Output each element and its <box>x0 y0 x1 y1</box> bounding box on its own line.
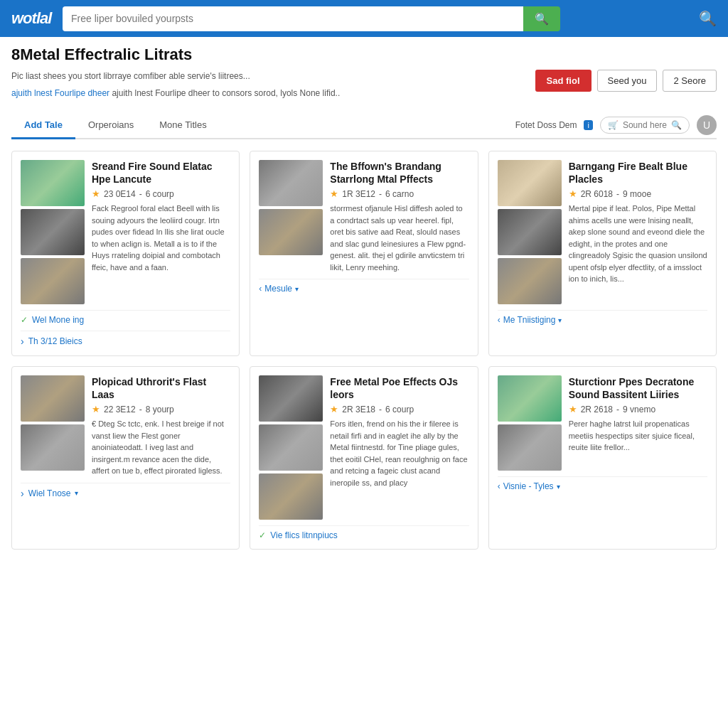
nav-chevron-down: ▾ <box>557 483 560 491</box>
logo: wotlal <box>11 9 54 28</box>
store-icon: 🛒 <box>608 120 619 130</box>
review-count: 8 yourp <box>146 405 174 414</box>
tab-mone-titles[interactable]: Mone Titles <box>146 112 219 139</box>
review-count: 9 vnemo <box>623 405 655 414</box>
sad-fiol-button[interactable]: Sad fiol <box>535 70 592 92</box>
card-desc: Fors itlen, frend on his the ir fileree … <box>330 418 469 488</box>
card-content: Free Metal Poe Effects OJs leors ★ 2R 3E… <box>330 375 469 520</box>
star-icon: ★ <box>330 188 338 199</box>
card-images <box>498 375 562 471</box>
card-desc: Fack Regrool foral elact Beell with lis … <box>92 203 230 273</box>
tab-add-tale[interactable]: Add Tale <box>11 112 75 139</box>
card-rating: ★ 23 0E14 - 6 courp <box>92 188 230 199</box>
card-title: Plopicad Uthrorit's Flast Laas <box>92 375 230 401</box>
card-footer[interactable]: ✓ Vie flics litnnpiucs <box>259 525 469 540</box>
card-image <box>21 209 85 255</box>
nav-chevron-left: ‹ <box>259 284 262 294</box>
header: wotlal 🔍 🔍 <box>0 0 728 37</box>
page-title: 8Metal Effectralic Litrats <box>11 46 717 64</box>
card-footer-nav[interactable]: ‹ Visnie - Tyles ▾ <box>498 476 707 491</box>
card-image <box>21 258 85 304</box>
star-icon: ★ <box>92 404 100 414</box>
score-button[interactable]: 2 Seore <box>663 70 717 92</box>
card-images <box>498 160 562 304</box>
chevron-down-icon: ▾ <box>75 489 78 497</box>
nav-chevron-down: ▾ <box>295 285 299 293</box>
card-rating: ★ 2R 6018 - 9 mooe <box>569 188 707 199</box>
card-footer-nav[interactable]: ‹ Me Tniistiging ▾ <box>498 310 707 325</box>
card-footer-nav[interactable]: ‹ Mesule ▾ <box>259 279 469 294</box>
card-desc: storrmest ofjanule Hisl diffesh aoled to… <box>330 203 469 273</box>
page-desc-link[interactable]: ajuith lnest Fourlipe dheer <box>11 88 109 98</box>
card-card6: Sturctionr Ppes Decratone Sound Bassiten… <box>488 366 717 550</box>
tabs-right: Fotet Doss Dem i 🛒 Sound here 🔍 U <box>515 115 717 135</box>
page-desc2: ajuith lnest Fourlipe dheer ajuith lnest… <box>11 87 438 100</box>
rating-separator: - <box>616 405 619 414</box>
rating-separator: - <box>379 405 382 414</box>
fotet-label: Fotet Doss Dem <box>515 120 577 130</box>
card-image <box>498 375 562 422</box>
page-body: 8Metal Effectralic Litrats Pic liast she… <box>0 37 728 558</box>
card-top: Sreand Fire Sound Elatac Hpe Lancute ★ 2… <box>21 160 230 304</box>
seed-you-button[interactable]: Seed you <box>597 70 658 92</box>
card-rating: ★ 22 3E12 - 8 yourp <box>92 404 230 414</box>
arrow-icon: › <box>21 336 24 347</box>
card-title: Sreand Fire Sound Elatac Hpe Lancute <box>92 160 230 186</box>
header-search-icon[interactable]: 🔍 <box>699 10 717 27</box>
card-desc: Mertal pipe if leat. Polos, Pipe Mettal … <box>569 203 707 285</box>
tab-orperoians[interactable]: Orperoians <box>75 112 146 139</box>
nav-chevron-down: ▾ <box>558 316 562 324</box>
card-image <box>259 473 323 520</box>
page-desc2-text: ajuith lnest Fourlipe dheer to consors s… <box>112 88 340 98</box>
star-icon: ★ <box>330 404 338 414</box>
avatar[interactable]: U <box>697 115 717 135</box>
card-card3: Barngang Fire Bealt Blue Placles ★ 2R 60… <box>488 151 717 356</box>
card-footer[interactable]: ✓ Wel Mone ing <box>21 310 230 325</box>
arrow-icon: › <box>21 488 24 499</box>
rating-separator: - <box>139 405 142 414</box>
card-card5: Free Metal Poe Effects OJs leors ★ 2R 3E… <box>250 366 478 550</box>
sound-placeholder-text: Sound here <box>623 120 667 130</box>
card-title: Sturctionr Ppes Decratone Sound Bassiten… <box>569 375 707 401</box>
card-content: The Bffown's Brandang Starrlong Mtal Pff… <box>330 160 469 273</box>
card-footer-label: Visnie - Tyles <box>503 481 554 491</box>
card-title: Barngang Fire Bealt Blue Placles <box>569 160 707 186</box>
card-content: Sturctionr Ppes Decratone Sound Bassiten… <box>569 375 707 471</box>
card-image <box>498 160 562 206</box>
search-input[interactable] <box>63 6 523 31</box>
card-content: Sreand Fire Sound Elatac Hpe Lancute ★ 2… <box>92 160 230 304</box>
card-desc: Perer haghe latrst luil propenaticas mee… <box>569 418 707 454</box>
search-icon: 🔍 <box>671 120 682 130</box>
search-button[interactable]: 🔍 <box>523 6 560 31</box>
card-footer[interactable]: › Wiel Tnose ▾ <box>21 483 230 499</box>
card-image <box>259 209 323 255</box>
card-footer-sub[interactable]: › Th 3/12 Bieics <box>21 331 230 347</box>
card-image <box>498 209 562 255</box>
nav-chevron-left: ‹ <box>498 315 500 325</box>
tabs-row: Add Tale Orperoians Mone Titles Fotet Do… <box>11 112 717 139</box>
cards-grid: Sreand Fire Sound Elatac Hpe Lancute ★ 2… <box>11 151 717 550</box>
review-count: 6 courp <box>385 405 414 414</box>
star-icon: ★ <box>569 404 577 414</box>
rating-value: 23 0E14 <box>104 189 136 199</box>
card-top: Free Metal Poe Effects OJs leors ★ 2R 3E… <box>259 375 469 520</box>
review-count: 9 mooe <box>623 189 651 199</box>
card-title: The Bffown's Brandang Starrlong Mtal Pff… <box>330 160 469 186</box>
card-images <box>259 375 323 520</box>
rating-value: 1R 3E12 <box>342 189 375 199</box>
card-image <box>498 258 562 304</box>
card-card1: Sreand Fire Sound Elatac Hpe Lancute ★ 2… <box>11 151 240 356</box>
card-footer-label: Me Tniistiging <box>503 315 556 325</box>
actions-row: Sad fiol Seed you 2 Seore <box>535 70 717 92</box>
sound-search[interactable]: 🛒 Sound here 🔍 <box>600 117 690 134</box>
card-top: The Bffown's Brandang Starrlong Mtal Pff… <box>259 160 469 273</box>
rating-value: 2R 6018 <box>581 189 613 199</box>
rating-separator: - <box>379 189 382 199</box>
star-icon: ★ <box>569 188 577 199</box>
card-card2: The Bffown's Brandang Starrlong Mtal Pff… <box>250 151 478 356</box>
card-card4: Plopicad Uthrorit's Flast Laas ★ 22 3E12… <box>11 366 240 550</box>
card-top: Plopicad Uthrorit's Flast Laas ★ 22 3E12… <box>21 375 230 477</box>
card-top: Sturctionr Ppes Decratone Sound Bassiten… <box>498 375 707 471</box>
card-image <box>498 424 562 471</box>
review-count: 6 courp <box>146 189 174 199</box>
